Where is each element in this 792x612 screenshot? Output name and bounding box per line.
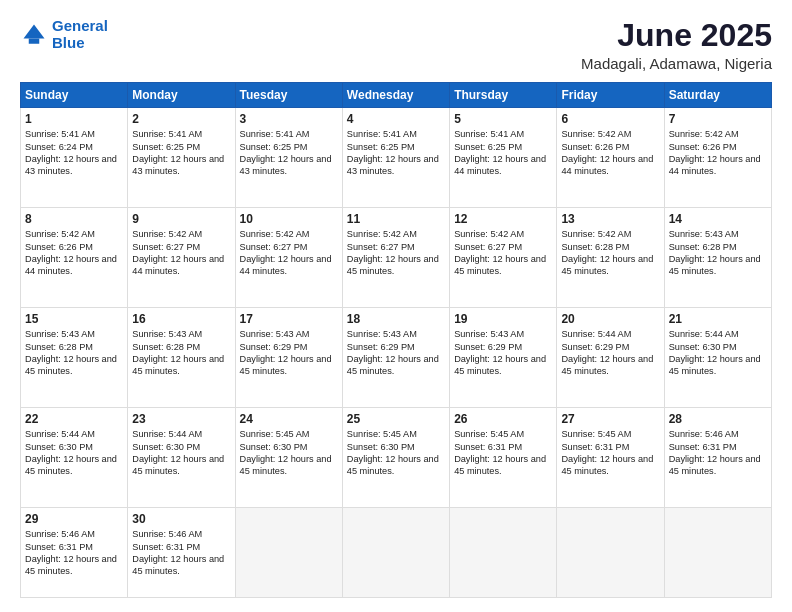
day-number: 27 <box>561 412 659 426</box>
day-number: 7 <box>669 112 767 126</box>
day-number: 21 <box>669 312 767 326</box>
cell-details: Sunrise: 5:46 AMSunset: 6:31 PMDaylight:… <box>669 428 767 478</box>
week-row-5: 29Sunrise: 5:46 AMSunset: 6:31 PMDayligh… <box>21 508 772 598</box>
day-number: 6 <box>561 112 659 126</box>
cell-details: Sunrise: 5:46 AMSunset: 6:31 PMDaylight:… <box>25 528 123 578</box>
calendar-cell: 22Sunrise: 5:44 AMSunset: 6:30 PMDayligh… <box>21 408 128 508</box>
day-number: 24 <box>240 412 338 426</box>
day-number: 19 <box>454 312 552 326</box>
cell-details: Sunrise: 5:44 AMSunset: 6:30 PMDaylight:… <box>669 328 767 378</box>
cell-details: Sunrise: 5:42 AMSunset: 6:26 PMDaylight:… <box>561 128 659 178</box>
day-number: 1 <box>25 112 123 126</box>
day-number: 5 <box>454 112 552 126</box>
cell-details: Sunrise: 5:41 AMSunset: 6:25 PMDaylight:… <box>454 128 552 178</box>
day-number: 2 <box>132 112 230 126</box>
day-number: 26 <box>454 412 552 426</box>
cell-details: Sunrise: 5:41 AMSunset: 6:24 PMDaylight:… <box>25 128 123 178</box>
day-number: 25 <box>347 412 445 426</box>
cell-details: Sunrise: 5:42 AMSunset: 6:27 PMDaylight:… <box>132 228 230 278</box>
calendar-cell: 18Sunrise: 5:43 AMSunset: 6:29 PMDayligh… <box>342 308 449 408</box>
cell-details: Sunrise: 5:42 AMSunset: 6:27 PMDaylight:… <box>454 228 552 278</box>
cell-details: Sunrise: 5:43 AMSunset: 6:28 PMDaylight:… <box>132 328 230 378</box>
day-number: 30 <box>132 512 230 526</box>
page: General Blue June 2025 Madagali, Adamawa… <box>0 0 792 612</box>
day-number: 4 <box>347 112 445 126</box>
calendar-cell: 11Sunrise: 5:42 AMSunset: 6:27 PMDayligh… <box>342 208 449 308</box>
main-title: June 2025 <box>581 18 772 53</box>
calendar-cell: 13Sunrise: 5:42 AMSunset: 6:28 PMDayligh… <box>557 208 664 308</box>
calendar-cell: 28Sunrise: 5:46 AMSunset: 6:31 PMDayligh… <box>664 408 771 508</box>
logo-text: General Blue <box>52 18 108 51</box>
calendar-cell <box>235 508 342 598</box>
cell-details: Sunrise: 5:42 AMSunset: 6:27 PMDaylight:… <box>240 228 338 278</box>
day-number: 3 <box>240 112 338 126</box>
cell-details: Sunrise: 5:42 AMSunset: 6:26 PMDaylight:… <box>669 128 767 178</box>
cell-details: Sunrise: 5:42 AMSunset: 6:28 PMDaylight:… <box>561 228 659 278</box>
day-number: 9 <box>132 212 230 226</box>
calendar-cell: 20Sunrise: 5:44 AMSunset: 6:29 PMDayligh… <box>557 308 664 408</box>
day-header-saturday: Saturday <box>664 83 771 108</box>
day-number: 13 <box>561 212 659 226</box>
day-number: 11 <box>347 212 445 226</box>
week-row-4: 22Sunrise: 5:44 AMSunset: 6:30 PMDayligh… <box>21 408 772 508</box>
cell-details: Sunrise: 5:46 AMSunset: 6:31 PMDaylight:… <box>132 528 230 578</box>
day-number: 28 <box>669 412 767 426</box>
calendar-cell: 9Sunrise: 5:42 AMSunset: 6:27 PMDaylight… <box>128 208 235 308</box>
calendar-cell <box>450 508 557 598</box>
day-number: 29 <box>25 512 123 526</box>
calendar-cell: 24Sunrise: 5:45 AMSunset: 6:30 PMDayligh… <box>235 408 342 508</box>
week-row-2: 8Sunrise: 5:42 AMSunset: 6:26 PMDaylight… <box>21 208 772 308</box>
calendar-cell: 29Sunrise: 5:46 AMSunset: 6:31 PMDayligh… <box>21 508 128 598</box>
cell-details: Sunrise: 5:41 AMSunset: 6:25 PMDaylight:… <box>240 128 338 178</box>
week-row-3: 15Sunrise: 5:43 AMSunset: 6:28 PMDayligh… <box>21 308 772 408</box>
cell-details: Sunrise: 5:41 AMSunset: 6:25 PMDaylight:… <box>132 128 230 178</box>
calendar-cell: 19Sunrise: 5:43 AMSunset: 6:29 PMDayligh… <box>450 308 557 408</box>
cell-details: Sunrise: 5:43 AMSunset: 6:28 PMDaylight:… <box>25 328 123 378</box>
day-number: 10 <box>240 212 338 226</box>
calendar-cell: 30Sunrise: 5:46 AMSunset: 6:31 PMDayligh… <box>128 508 235 598</box>
cell-details: Sunrise: 5:45 AMSunset: 6:30 PMDaylight:… <box>347 428 445 478</box>
day-number: 8 <box>25 212 123 226</box>
cell-details: Sunrise: 5:45 AMSunset: 6:31 PMDaylight:… <box>454 428 552 478</box>
calendar-cell: 1Sunrise: 5:41 AMSunset: 6:24 PMDaylight… <box>21 108 128 208</box>
logo: General Blue <box>20 18 108 51</box>
cell-details: Sunrise: 5:42 AMSunset: 6:27 PMDaylight:… <box>347 228 445 278</box>
calendar-cell <box>664 508 771 598</box>
cell-details: Sunrise: 5:44 AMSunset: 6:30 PMDaylight:… <box>132 428 230 478</box>
day-number: 20 <box>561 312 659 326</box>
logo-line1: General <box>52 17 108 34</box>
day-number: 22 <box>25 412 123 426</box>
cell-details: Sunrise: 5:43 AMSunset: 6:29 PMDaylight:… <box>454 328 552 378</box>
calendar-table: SundayMondayTuesdayWednesdayThursdayFrid… <box>20 82 772 598</box>
calendar-header-row: SundayMondayTuesdayWednesdayThursdayFrid… <box>21 83 772 108</box>
logo-line2: Blue <box>52 34 85 51</box>
day-header-sunday: Sunday <box>21 83 128 108</box>
day-number: 12 <box>454 212 552 226</box>
day-number: 18 <box>347 312 445 326</box>
calendar-cell: 7Sunrise: 5:42 AMSunset: 6:26 PMDaylight… <box>664 108 771 208</box>
calendar-cell: 27Sunrise: 5:45 AMSunset: 6:31 PMDayligh… <box>557 408 664 508</box>
calendar-cell: 25Sunrise: 5:45 AMSunset: 6:30 PMDayligh… <box>342 408 449 508</box>
cell-details: Sunrise: 5:44 AMSunset: 6:30 PMDaylight:… <box>25 428 123 478</box>
calendar-cell: 6Sunrise: 5:42 AMSunset: 6:26 PMDaylight… <box>557 108 664 208</box>
calendar-cell: 8Sunrise: 5:42 AMSunset: 6:26 PMDaylight… <box>21 208 128 308</box>
svg-marker-0 <box>24 24 45 38</box>
calendar-cell: 14Sunrise: 5:43 AMSunset: 6:28 PMDayligh… <box>664 208 771 308</box>
calendar-cell <box>342 508 449 598</box>
svg-rect-1 <box>29 38 40 43</box>
day-header-monday: Monday <box>128 83 235 108</box>
calendar-cell: 12Sunrise: 5:42 AMSunset: 6:27 PMDayligh… <box>450 208 557 308</box>
cell-details: Sunrise: 5:45 AMSunset: 6:30 PMDaylight:… <box>240 428 338 478</box>
cell-details: Sunrise: 5:41 AMSunset: 6:25 PMDaylight:… <box>347 128 445 178</box>
calendar-cell: 21Sunrise: 5:44 AMSunset: 6:30 PMDayligh… <box>664 308 771 408</box>
cell-details: Sunrise: 5:42 AMSunset: 6:26 PMDaylight:… <box>25 228 123 278</box>
subtitle: Madagali, Adamawa, Nigeria <box>581 55 772 72</box>
calendar-cell: 4Sunrise: 5:41 AMSunset: 6:25 PMDaylight… <box>342 108 449 208</box>
calendar-cell: 23Sunrise: 5:44 AMSunset: 6:30 PMDayligh… <box>128 408 235 508</box>
day-number: 17 <box>240 312 338 326</box>
cell-details: Sunrise: 5:43 AMSunset: 6:28 PMDaylight:… <box>669 228 767 278</box>
calendar-cell: 2Sunrise: 5:41 AMSunset: 6:25 PMDaylight… <box>128 108 235 208</box>
day-header-tuesday: Tuesday <box>235 83 342 108</box>
calendar-cell: 26Sunrise: 5:45 AMSunset: 6:31 PMDayligh… <box>450 408 557 508</box>
calendar-cell: 17Sunrise: 5:43 AMSunset: 6:29 PMDayligh… <box>235 308 342 408</box>
